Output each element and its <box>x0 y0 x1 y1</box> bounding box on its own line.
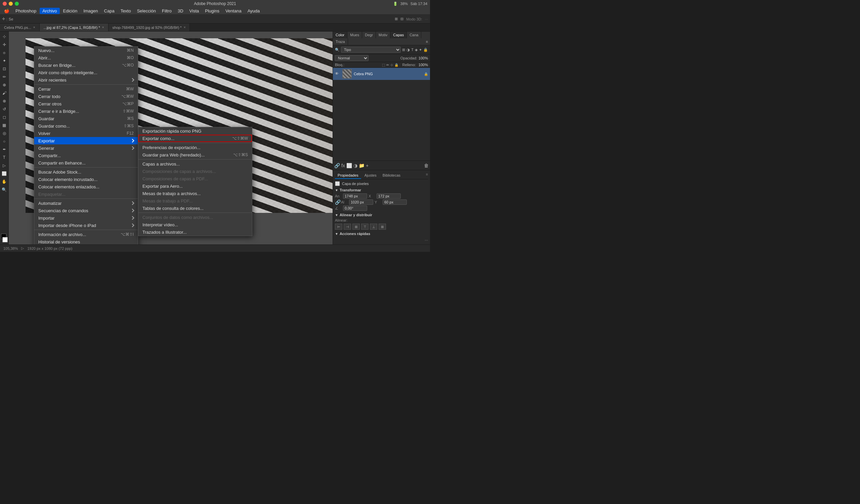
menu-compartir[interactable]: Compartir... <box>34 152 138 159</box>
path-tool[interactable]: ▷ <box>1 162 8 169</box>
blur-tool[interactable]: ◎ <box>1 130 8 137</box>
interpretar-video[interactable]: Interpretar vídeo... <box>139 221 252 228</box>
align-bottom-btn[interactable]: ⊞ <box>378 224 386 230</box>
panel-tab-traza[interactable]: Traza <box>333 38 348 45</box>
close-button[interactable] <box>3 2 7 6</box>
menu-3d[interactable]: 3D <box>175 8 186 14</box>
panel-tab-cana[interactable]: Cana <box>407 32 421 38</box>
panel-tab-motiv[interactable]: Motiv <box>376 32 390 38</box>
dodge-tool[interactable]: ○ <box>1 138 8 145</box>
lasso-tool[interactable]: ⌾ <box>1 49 8 56</box>
menu-info-archivo[interactable]: Información de archivo... ⌥⌘⇧I <box>34 231 138 238</box>
panel-tab-color[interactable]: Color <box>333 32 347 38</box>
layer-new-btn[interactable]: + <box>366 163 369 168</box>
shape-tool[interactable]: ⬜ <box>1 170 8 177</box>
menu-colocar-enlaz[interactable]: Colocar elementos enlazados... <box>34 183 138 190</box>
y-input[interactable] <box>383 199 407 205</box>
tab-2[interactable]: shop-768499_1920.jpg al 92% (RGB/8#) * × <box>109 24 190 31</box>
move-tool[interactable]: ✛ <box>1 41 8 48</box>
align-left-btn[interactable]: ⊢ <box>335 224 342 230</box>
magic-wand-tool[interactable]: ✦ <box>1 57 8 64</box>
more-options-btn[interactable]: ··· <box>425 238 428 242</box>
menu-cerrar-todo[interactable]: Cerrar todo ⌥⌘W <box>34 93 138 100</box>
pref-exportacion[interactable]: Preferencias de exportación... <box>139 144 252 151</box>
layer-mask-btn[interactable]: ⬜ <box>346 163 352 168</box>
mesas-archivos[interactable]: Mesas de trabajo a archivos... <box>139 190 252 197</box>
menu-archivo[interactable]: Archivo <box>40 8 59 14</box>
menu-photoshop[interactable]: Photoshop <box>13 8 39 14</box>
tab-close-1[interactable]: × <box>102 26 104 29</box>
menu-bridge[interactable]: Buscar en Bridge... ⌥⌘O <box>34 61 138 69</box>
menu-adobe-stock[interactable]: Buscar Adobe Stock... <box>34 168 138 176</box>
stamp-tool[interactable]: ⊗ <box>1 98 8 105</box>
type-tool[interactable]: T <box>1 154 8 161</box>
capas-archivos[interactable]: Capas a archivos... <box>139 160 252 167</box>
layer-group-btn[interactable]: 📁 <box>359 163 364 168</box>
eraser-tool[interactable]: ◻ <box>1 114 8 121</box>
layer-eye-0[interactable]: 👁 <box>335 72 340 76</box>
blend-mode-select[interactable]: Normal <box>335 55 369 61</box>
layer-delete-btn[interactable]: 🗑 <box>424 163 429 168</box>
props-panel-menu[interactable]: ≡ <box>426 172 428 179</box>
history-brush[interactable]: ↺ <box>1 105 8 113</box>
menu-ventana[interactable]: Ventana <box>223 8 244 14</box>
exportar-como[interactable]: Exportar como... ⌥⇧⌘W <box>139 135 252 142</box>
menu-importar[interactable]: Importar <box>34 214 138 222</box>
menu-edicion[interactable]: Edición <box>60 8 80 14</box>
menu-smart-obj[interactable]: Abrir como objeto inteligente... <box>34 69 138 76</box>
menu-volver[interactable]: Volver F12 <box>34 130 138 137</box>
archivo-dropdown[interactable]: Nuevo... ⌘N Abrir... ⌘O Buscar en Bridge… <box>34 46 138 244</box>
layers-filter-select[interactable]: Tipo <box>341 47 401 53</box>
menu-automatizar[interactable]: Automatizar <box>34 199 138 207</box>
layer-item-0[interactable]: 👁 Cebra PNG 🔒 <box>333 68 430 80</box>
hand-tool[interactable]: ✋ <box>1 178 8 186</box>
guardar-web[interactable]: Guardar para Web (heredado)... ⌥⇧⌘S <box>139 151 252 159</box>
zoom-tool[interactable]: 🔍 <box>1 186 8 193</box>
menu-historial[interactable]: Historial de versiones <box>34 238 138 244</box>
menu-nuevo[interactable]: Nuevo... ⌘N <box>34 47 138 54</box>
panel-tab-capas[interactable]: Capas <box>390 32 407 38</box>
al-input[interactable] <box>349 199 373 205</box>
menu-filtro[interactable]: Filtro <box>159 8 174 14</box>
gradient-tool[interactable]: ▦ <box>1 121 8 129</box>
menu-imagen[interactable]: Imagen <box>81 8 100 14</box>
menu-generar[interactable]: Generar <box>34 144 138 152</box>
apple-menu[interactable]: 🍎 <box>1 8 12 14</box>
maximize-button[interactable] <box>15 2 19 6</box>
menu-guardar[interactable]: Guardar ⌘S <box>34 115 138 122</box>
an-input[interactable] <box>343 193 367 199</box>
menu-exportar[interactable]: Exportar <box>34 137 138 144</box>
eyedropper-tool[interactable]: ✏ <box>1 73 8 80</box>
menu-abrir[interactable]: Abrir... ⌘O <box>34 54 138 61</box>
layer-adj-btn[interactable]: ◑ <box>354 163 357 168</box>
props-tab-ajustes[interactable]: Ajustes <box>362 172 379 179</box>
menu-importar-iphone[interactable]: Importar desde iPhone o iPad <box>34 222 138 229</box>
crop-tool[interactable]: ⊡ <box>1 65 8 73</box>
pen-tool[interactable]: ✒ <box>1 146 8 153</box>
menu-secuencias[interactable]: Secuencias de comandos <box>34 207 138 214</box>
layer-fx-btn[interactable]: fx <box>341 163 345 168</box>
x-input[interactable] <box>376 193 401 199</box>
heal-tool[interactable]: ⊕ <box>1 81 8 89</box>
tablas-colores[interactable]: Tablas de consulta de colores... <box>139 205 252 212</box>
tab-close-2[interactable]: × <box>184 26 186 29</box>
select-tool[interactable]: ⊹ <box>1 33 8 40</box>
angle-input[interactable] <box>343 206 367 211</box>
menu-recent[interactable]: Abrir recientes <box>34 76 138 84</box>
brush-tool[interactable]: 🖌 <box>1 89 8 97</box>
tab-0[interactable]: Cebra PNG.ps... × <box>0 24 40 31</box>
exportar-rapida[interactable]: Exportación rápida como PNG <box>139 127 252 135</box>
align-top-btn[interactable]: ⊤ <box>361 224 369 230</box>
menu-vista[interactable]: Vista <box>187 8 202 14</box>
panel-tab-mues[interactable]: Mues <box>347 32 362 38</box>
menu-ayuda[interactable]: Ayuda <box>245 8 263 14</box>
align-middle-btn[interactable]: ⊥ <box>370 224 377 230</box>
menu-plugins[interactable]: Plugins <box>202 8 222 14</box>
panel-tab-degr[interactable]: Degr <box>362 32 376 38</box>
exportar-submenu[interactable]: Exportación rápida como PNG Exportar com… <box>138 127 252 236</box>
panel-collapse[interactable]: ≡ <box>424 38 430 45</box>
menu-cerrar-otros[interactable]: Cerrar otros ⌥⌘P <box>34 100 138 107</box>
menu-colocar-incrust[interactable]: Colocar elemento incrustado... <box>34 176 138 183</box>
menu-cerrar-bridge[interactable]: Cerrar e ir a Bridge... ⇧⌘W <box>34 107 138 115</box>
props-tab-propiedades[interactable]: Propiedades <box>335 172 361 179</box>
